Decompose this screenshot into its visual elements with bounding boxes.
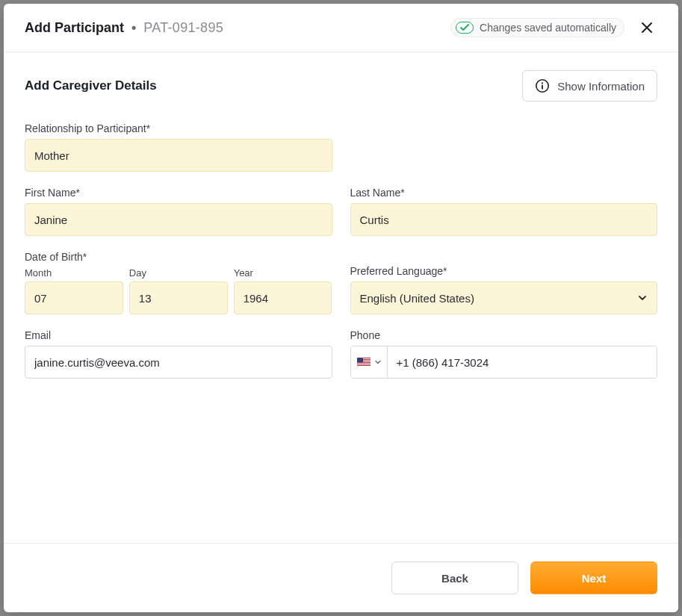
first-name-label: First Name*	[25, 187, 332, 199]
svg-rect-9	[357, 366, 371, 367]
modal-footer: Back Next	[4, 543, 678, 612]
add-participant-modal: Add Participant • PAT-091-895 Changes sa…	[4, 4, 678, 612]
separator-dot: •	[131, 20, 136, 36]
chevron-down-icon	[375, 359, 381, 365]
dob-year-input[interactable]	[234, 281, 332, 314]
language-value: English (United States)	[360, 292, 474, 305]
relationship-label: Relationship to Participant*	[25, 122, 332, 134]
chevron-down-icon	[637, 293, 648, 303]
language-label: Preferred Language*	[350, 265, 658, 277]
dob-year-label: Year	[234, 267, 332, 279]
dob-day-label: Day	[129, 267, 228, 279]
relationship-input[interactable]	[25, 139, 332, 172]
svg-rect-2	[542, 85, 543, 90]
first-name-input[interactable]	[25, 203, 332, 236]
phone-country-select[interactable]	[351, 346, 388, 378]
dob-month-label: Month	[25, 267, 123, 279]
show-information-button[interactable]: Show Information	[522, 70, 657, 102]
close-button[interactable]	[636, 17, 657, 38]
last-name-label: Last Name*	[350, 187, 658, 199]
dob-day-input[interactable]	[129, 281, 228, 314]
next-button[interactable]: Next	[530, 561, 657, 594]
phone-input[interactable]	[388, 346, 657, 378]
us-flag-icon	[357, 358, 371, 367]
close-icon	[641, 22, 653, 34]
svg-rect-8	[357, 364, 371, 365]
svg-rect-7	[357, 363, 371, 364]
section-title: Add Caregiver Details	[25, 78, 157, 93]
modal-body: Add Caregiver Details Show Information R…	[4, 52, 678, 543]
patient-id: PAT-091-895	[143, 20, 223, 36]
email-input[interactable]	[25, 346, 332, 379]
info-icon	[535, 78, 550, 93]
autosave-text: Changes saved automatically	[480, 22, 616, 34]
check-icon	[456, 22, 474, 34]
back-button[interactable]: Back	[391, 561, 518, 594]
show-information-label: Show Information	[557, 80, 645, 93]
dob-label: Date of Birth*	[25, 251, 332, 263]
svg-point-1	[542, 82, 543, 84]
phone-input-wrap	[350, 346, 658, 379]
phone-label: Phone	[350, 329, 658, 341]
last-name-input[interactable]	[350, 203, 658, 236]
dob-month-input[interactable]	[25, 281, 123, 314]
modal-title: Add Participant	[25, 20, 124, 36]
email-label: Email	[25, 329, 332, 341]
svg-rect-10	[357, 358, 363, 363]
autosave-badge: Changes saved automatically	[450, 18, 624, 37]
modal-header: Add Participant • PAT-091-895 Changes sa…	[4, 4, 678, 52]
language-select[interactable]: English (United States)	[350, 281, 658, 314]
